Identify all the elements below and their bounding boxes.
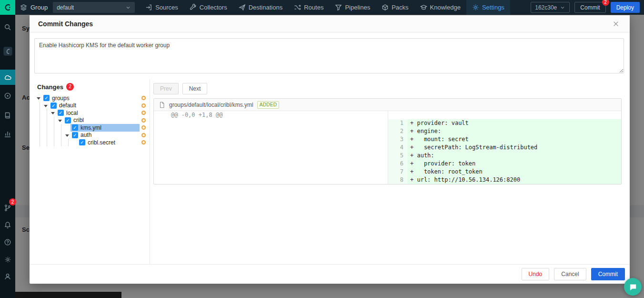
- diff-panel: Prev Next groups/default/local/cribl/kms…: [150, 79, 630, 264]
- tree-row-local[interactable]: local: [36, 109, 150, 117]
- expander-caret[interactable]: [50, 109, 56, 117]
- charts-icon: [4, 130, 11, 138]
- indent-guide: [65, 139, 72, 146]
- sidebar-item-docs[interactable]: [0, 108, 15, 123]
- commit-message-area: Enable Hashicorp KMS for the default wor…: [30, 32, 630, 79]
- expander-caret[interactable]: [43, 102, 49, 110]
- tree-row-main: cribl: [63, 117, 140, 124]
- settings-gear-icon: [472, 4, 479, 11]
- old-line-number: [154, 127, 167, 135]
- knowledge-icon: [420, 4, 427, 11]
- tree-row-default[interactable]: default: [36, 102, 150, 110]
- sidebar-item-help[interactable]: [0, 235, 15, 250]
- expander-caret[interactable]: [65, 132, 70, 139]
- group-selector[interactable]: default: [53, 2, 135, 13]
- tree-row-main: auth: [70, 132, 140, 139]
- user-icon: [4, 273, 11, 280]
- version-selector[interactable]: 162c30e: [531, 2, 570, 13]
- tree-row-main: cribl.secret: [78, 139, 140, 146]
- group-layers-icon: [20, 4, 27, 11]
- checkbox-cribl.secret[interactable]: [79, 139, 85, 145]
- change-status-dot: [141, 125, 146, 130]
- nav-item-settings[interactable]: Settings: [466, 0, 510, 15]
- chevron-down-icon: [125, 5, 131, 10]
- tree-label: cribl: [73, 117, 84, 123]
- nav-item-sources[interactable]: Sources: [140, 0, 184, 15]
- new-line-content: + provider: token: [407, 160, 621, 168]
- collectors-icon: [190, 4, 197, 11]
- commit-changes-modal: Commit Changes Enable Hashicorp KMS for …: [30, 15, 630, 284]
- sidebar-item-worker-groups[interactable]: [0, 70, 15, 85]
- commit-button-modal[interactable]: Commit: [591, 268, 625, 280]
- change-status-dot: [141, 103, 146, 108]
- expander-caret[interactable]: [36, 94, 42, 102]
- sidebar-item-settings-gear[interactable]: [0, 252, 15, 267]
- nav-item-destinations[interactable]: Destinations: [233, 0, 289, 15]
- new-line-content: + provider: vault: [407, 119, 621, 127]
- prev-button[interactable]: Prev: [153, 83, 179, 94]
- sidebar-item-cribl-goat[interactable]: [0, 43, 15, 59]
- modal-title: Commit Changes: [38, 20, 93, 28]
- nav-item-pipelines[interactable]: Pipelines: [329, 0, 376, 15]
- commit-message-input[interactable]: Enable Hashicorp KMS for the default wor…: [34, 38, 624, 73]
- intercom-chat-button[interactable]: [624, 278, 642, 296]
- expander-caret[interactable]: [58, 117, 63, 124]
- checkbox-auth[interactable]: [72, 132, 78, 138]
- tree-row-groups[interactable]: groups: [36, 94, 150, 102]
- checkbox-local[interactable]: [58, 110, 64, 116]
- indent-guide: [43, 139, 50, 146]
- tree-row-cribl[interactable]: cribl: [36, 117, 150, 124]
- tree-row-kms.yml[interactable]: kms.yml: [36, 124, 150, 132]
- group-selected-value: default: [57, 4, 74, 11]
- next-button[interactable]: Next: [182, 83, 208, 94]
- old-line-number: [154, 144, 167, 152]
- old-line-number: [154, 160, 167, 168]
- diff-nav-buttons: Prev Next: [153, 83, 622, 94]
- old-line-content: [167, 168, 388, 176]
- cancel-button[interactable]: Cancel: [554, 268, 586, 280]
- new-line-content: + url: http://10.56.134.126:8200: [407, 176, 621, 184]
- checkbox-groups[interactable]: [43, 95, 50, 101]
- checkbox-default[interactable]: [50, 103, 57, 109]
- new-line-content: + auth:: [407, 152, 621, 160]
- pipelines-icon: [335, 4, 342, 11]
- tree-row-cribl.secret[interactable]: cribl.secret: [36, 139, 150, 146]
- sidebar-item-search[interactable]: [0, 20, 15, 35]
- nav-item-packs[interactable]: Packs: [376, 0, 414, 15]
- main-nav: SourcesCollectorsDestinationsRoutesPipel…: [140, 0, 510, 15]
- sidebar-item-monitoring[interactable]: [0, 88, 15, 103]
- undo-button[interactable]: Undo: [522, 268, 550, 280]
- sidebar-item-git-branch[interactable]: 2: [0, 200, 15, 216]
- diff-file-header: groups/default/local/cribl/kms.yml ADDED: [154, 99, 621, 111]
- nav-item-label: Routes: [304, 4, 323, 11]
- packs-icon: [382, 4, 389, 11]
- indent-guide: [43, 109, 50, 117]
- indent-guide: [58, 139, 65, 146]
- close-icon[interactable]: [611, 19, 621, 29]
- diff-viewer: groups/default/local/cribl/kms.yml ADDED…: [153, 98, 622, 185]
- commit-button-top[interactable]: Commit 2: [574, 2, 605, 13]
- sidebar-item-charts[interactable]: [0, 126, 15, 142]
- new-line-content: + engine:: [407, 127, 621, 135]
- notifications-bell-icon: [4, 221, 11, 229]
- indent-guide: [58, 124, 65, 132]
- deploy-button[interactable]: Deploy: [611, 2, 640, 13]
- cribl-logo[interactable]: [0, 0, 15, 15]
- nav-item-label: Collectors: [200, 4, 227, 11]
- checkbox-kms.yml[interactable]: [72, 124, 78, 131]
- changes-title: Changes: [37, 83, 63, 91]
- diff-line: 4+ secretPath: LogStream-distributed: [154, 144, 621, 152]
- sidebar-item-user[interactable]: [0, 269, 15, 284]
- new-line-number: 2: [388, 127, 407, 135]
- diff-body: @@ -0,0 +1,8 @@1+ provider: vault2+ engi…: [154, 111, 621, 184]
- diff-line: 3+ mount: secret: [154, 135, 621, 144]
- nav-item-routes[interactable]: Routes: [288, 0, 329, 15]
- hunk-header-row: @@ -0,0 +1,8 @@: [154, 111, 621, 119]
- nav-item-knowledge[interactable]: Knowledge: [414, 0, 466, 15]
- sidebar-item-notifications-bell[interactable]: [0, 217, 15, 233]
- checkbox-cribl[interactable]: [65, 117, 71, 123]
- tree-row-auth[interactable]: auth: [36, 132, 150, 139]
- modal-header: Commit Changes: [30, 15, 630, 32]
- nav-item-collectors[interactable]: Collectors: [184, 0, 233, 15]
- indent-guide: [58, 132, 65, 139]
